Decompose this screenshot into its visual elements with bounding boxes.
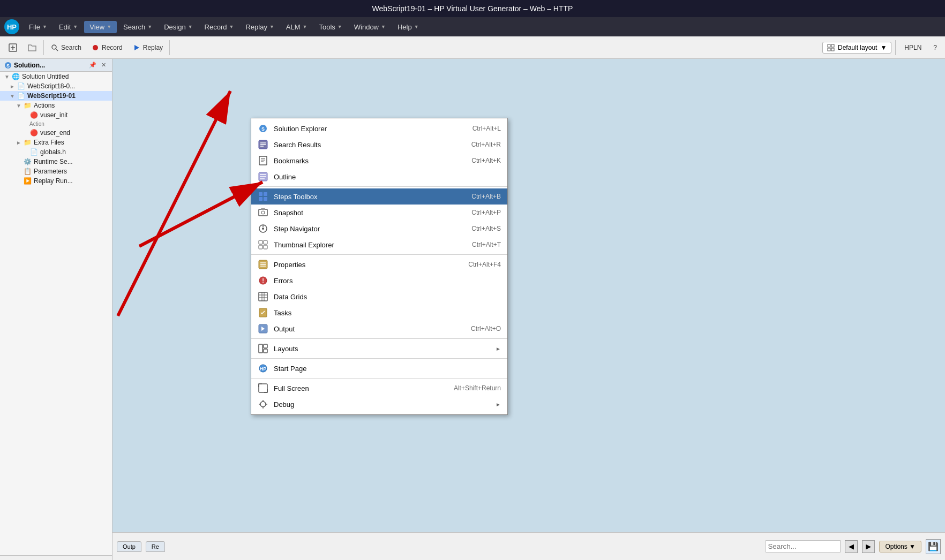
output-tab[interactable]: Outp <box>117 541 141 552</box>
sep-2 <box>251 254 507 255</box>
menu-solution-explorer[interactable]: S Solution Explorer Ctrl+Alt+L <box>251 120 507 137</box>
bookmarks-shortcut: Ctrl+Alt+K <box>471 157 501 164</box>
svg-rect-57 <box>264 349 267 353</box>
globals-label: globals.h <box>40 148 66 156</box>
search-label: Search <box>61 44 81 51</box>
menu-step-navigator[interactable]: Step Navigator Ctrl+Alt+S <box>251 221 507 237</box>
menu-alm[interactable]: ALM ▼ <box>281 21 313 33</box>
record-button[interactable]: Record <box>86 41 128 54</box>
svg-rect-56 <box>264 344 267 348</box>
bookmarks-label: Bookmarks <box>274 157 466 165</box>
menu-search-results[interactable]: Search Results Ctrl+Alt+R <box>251 137 507 153</box>
search-button[interactable]: Search <box>46 41 86 54</box>
params-icon: 📋 <box>24 168 32 175</box>
view-dropdown-menu: S Solution Explorer Ctrl+Alt+L Search Re… <box>251 118 508 415</box>
layouts-icon <box>258 343 268 354</box>
menu-thumbnail-explorer[interactable]: Thumbnail Explorer Ctrl+Alt+T <box>251 237 507 253</box>
options-dropdown[interactable]: Options ▼ <box>879 541 921 553</box>
expand-ws19: ▼ <box>10 93 15 99</box>
svg-rect-37 <box>259 240 262 244</box>
layout-dropdown[interactable]: Default layout ▼ <box>822 42 891 54</box>
tree-webscript19[interactable]: ▼ 📄 WebScript19-01 <box>0 91 112 101</box>
replay-run-icon: ▶️ <box>24 177 32 185</box>
menu-outline[interactable]: Outline <box>251 169 507 185</box>
menu-bookmarks[interactable]: Bookmarks Ctrl+Alt+K <box>251 153 507 169</box>
menu-output[interactable]: Output Ctrl+Alt+O <box>251 321 507 337</box>
svg-rect-40 <box>264 245 267 249</box>
svg-line-67 <box>118 91 230 316</box>
tree-parameters[interactable]: 📋 Parameters <box>0 167 112 176</box>
menu-replay[interactable]: Replay ▼ <box>240 21 279 33</box>
open-icon <box>27 43 37 52</box>
steps-toolbox-label: Steps Toolbox <box>274 193 466 201</box>
menu-design[interactable]: Design ▼ <box>159 21 198 33</box>
expand-extra: ► <box>16 140 21 146</box>
menu-errors[interactable]: ! Errors <box>251 273 507 289</box>
output-icon <box>258 323 268 334</box>
start-page-label: Start Page <box>274 365 496 373</box>
layout-arrow-icon: ▼ <box>880 44 887 51</box>
menu-debug[interactable]: Debug ► <box>251 396 507 412</box>
svg-rect-39 <box>259 245 262 249</box>
toolbar-new[interactable] <box>3 41 22 55</box>
tree-globals[interactable]: 📄 globals.h <box>0 147 112 157</box>
menu-record[interactable]: Record ▼ <box>199 21 239 33</box>
menu-properties[interactable]: Properties Ctrl+Alt+F4 <box>251 256 507 273</box>
menu-tasks[interactable]: Tasks <box>251 305 507 321</box>
ws18-icon: 📄 <box>17 82 25 90</box>
tree-webscript18[interactable]: ► 📄 WebScript18-0... <box>0 81 112 91</box>
svg-rect-47 <box>259 292 267 301</box>
tree-extra-files[interactable]: ► 📁 Extra Files <box>0 138 112 147</box>
action-sublabel: Action <box>29 121 44 127</box>
next-result-button[interactable]: ▶ <box>862 540 875 553</box>
steps-toolbox-icon <box>258 191 268 202</box>
extra-label: Extra Files <box>34 139 64 146</box>
menu-edit[interactable]: Edit ▼ <box>54 21 83 33</box>
menu-snapshot[interactable]: Snapshot Ctrl+Alt+P <box>251 205 507 221</box>
replay-label: Replay <box>143 44 163 51</box>
layout-label: Default layout <box>838 44 877 51</box>
replay-icon <box>132 43 141 52</box>
sep-4 <box>251 358 507 359</box>
hpln-button[interactable]: HPLN <box>899 42 926 54</box>
errors-icon: ! <box>258 275 268 286</box>
solution-explorer-label: Solution Explorer <box>274 125 467 133</box>
menu-file[interactable]: File ▼ <box>24 21 52 33</box>
params-label: Parameters <box>34 168 67 175</box>
menu-start-page[interactable]: HP Start Page <box>251 360 507 376</box>
replay-button[interactable]: Replay <box>128 41 168 54</box>
svg-rect-19 <box>259 156 267 165</box>
hp-logo: HP <box>4 19 19 34</box>
tree-solution[interactable]: ▼ 🌐 Solution Untitled <box>0 72 112 81</box>
menu-steps-toolbox[interactable]: Steps Toolbox Ctrl+Alt+B <box>251 188 507 205</box>
search-icon <box>50 43 59 52</box>
prev-result-button[interactable]: ◀ <box>845 540 858 553</box>
tree-replay-run[interactable]: ▶️ Replay Run... <box>0 176 112 186</box>
save-output-button[interactable]: 💾 <box>926 539 941 554</box>
svg-rect-33 <box>261 208 265 210</box>
properties-icon <box>258 259 268 270</box>
menu-help[interactable]: Help ▼ <box>392 21 424 33</box>
toolbar-open[interactable] <box>22 41 42 55</box>
menu-view[interactable]: View ▼ <box>84 21 117 33</box>
tree-vuser-init[interactable]: 🔴 vuser_init <box>0 110 112 120</box>
svg-rect-28 <box>264 192 267 196</box>
tree-runtime[interactable]: ⚙️ Runtime Se... <box>0 157 112 167</box>
expand-solution: ▼ <box>4 74 10 80</box>
menu-full-screen[interactable]: Full Screen Alt+Shift+Return <box>251 380 507 396</box>
menu-search[interactable]: Search ▼ <box>118 21 158 33</box>
tree-actions[interactable]: ▼ 📁 Actions <box>0 101 112 110</box>
layouts-label: Layouts <box>274 345 485 353</box>
svg-point-35 <box>262 228 264 230</box>
help-button[interactable]: ? <box>928 42 942 54</box>
menu-window[interactable]: Window ▼ <box>349 21 391 33</box>
pin-button[interactable]: 📌 <box>87 61 98 69</box>
menu-tools[interactable]: Tools ▼ <box>313 21 347 33</box>
annotation-arrows <box>112 59 945 560</box>
menu-layouts[interactable]: Layouts ► <box>251 340 507 357</box>
tree-vuser-end[interactable]: 🔴 vuser_end <box>0 128 112 138</box>
menu-data-grids[interactable]: Data Grids <box>251 289 507 305</box>
output-search-input[interactable] <box>766 540 841 553</box>
replay-tab[interactable]: Re <box>146 541 165 552</box>
close-panel-button[interactable]: ✕ <box>100 61 108 69</box>
